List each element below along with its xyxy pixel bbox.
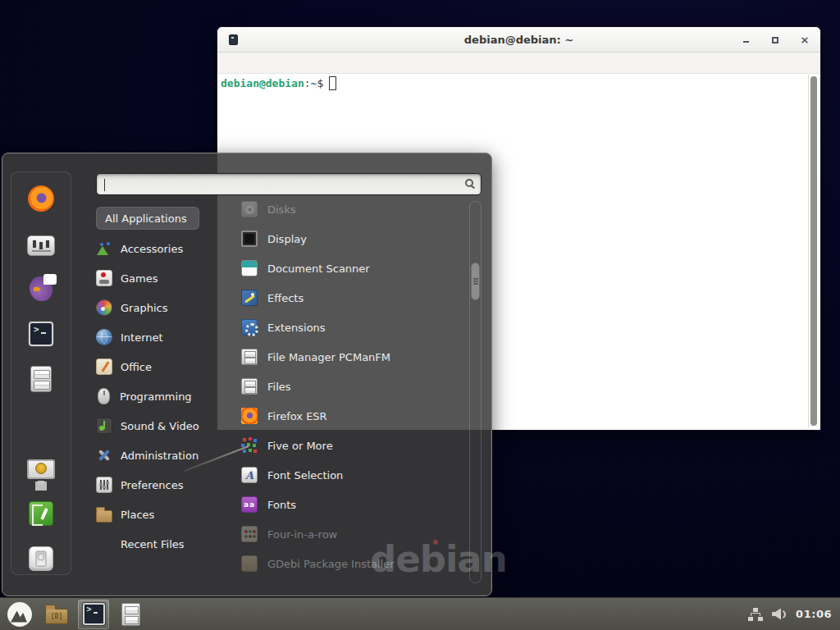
- taskbar: 01:06: [0, 597, 840, 630]
- extensions-icon: [241, 319, 258, 336]
- prompt-user-host: debian@debian: [221, 77, 304, 89]
- app-display[interactable]: Display: [237, 224, 462, 253]
- menu-logo-icon: [7, 602, 32, 627]
- fonts-icon: [241, 496, 258, 513]
- app-label: Font Selection: [267, 469, 343, 482]
- category-preferences[interactable]: Preferences: [96, 470, 234, 500]
- effects-icon: [241, 290, 258, 306]
- app-files[interactable]: Files: [237, 372, 462, 401]
- app-file-manager-pcmanfm[interactable]: File Manager PCManFM: [237, 342, 462, 372]
- document-scanner-icon: [241, 260, 258, 276]
- menu-search-input[interactable]: [97, 174, 481, 194]
- gdebi-icon: [241, 555, 258, 572]
- preferences-icon: [96, 477, 112, 493]
- favorite-lock-screen[interactable]: [21, 454, 61, 483]
- close-button[interactable]: ×: [799, 34, 810, 46]
- app-label: Five or More: [267, 440, 333, 452]
- category-label: Sound & Video: [121, 420, 199, 432]
- log-out-icon: [29, 501, 53, 526]
- category-internet[interactable]: Internet: [96, 322, 234, 352]
- category-label: Administration: [121, 450, 199, 462]
- disks-icon: [241, 201, 258, 217]
- app-label: Four-in-a-row: [267, 528, 337, 541]
- category-sound-video[interactable]: Sound & Video: [96, 411, 234, 441]
- category-graphics[interactable]: Graphics: [96, 293, 234, 322]
- app-gdebi-package-installer[interactable]: GDebi Package Installer: [237, 549, 462, 578]
- terminal-scrollbar[interactable]: [808, 75, 819, 427]
- app-label: Files: [267, 381, 291, 393]
- app-disks[interactable]: Disks: [237, 194, 462, 224]
- taskbar-button-menu-logo[interactable]: [4, 600, 35, 629]
- tb-cabinet-icon: [121, 603, 140, 626]
- app-four-in-a-row[interactable]: Four-in-a-row: [237, 519, 462, 549]
- favorite-pidgin[interactable]: [21, 274, 61, 304]
- category-programming[interactable]: Programming: [96, 381, 234, 411]
- app-label: GDebi Package Installer: [267, 558, 395, 570]
- application-list: Disks Display Document Scanner Effects E…: [237, 194, 462, 578]
- programming-icon: [98, 388, 110, 404]
- games-icon: [96, 270, 112, 286]
- category-office[interactable]: Office: [96, 352, 234, 381]
- taskbar-button-tb-terminal[interactable]: [78, 600, 109, 629]
- terminal-window-icon: [229, 34, 238, 45]
- search-icon: [465, 179, 473, 187]
- prompt-separator: :: [304, 77, 311, 89]
- prompt-path: ~: [311, 77, 317, 89]
- favorites-column: [11, 171, 71, 575]
- category-recent-files[interactable]: Recent Files: [96, 529, 234, 559]
- category-games[interactable]: Games: [96, 263, 234, 293]
- app-label: Fonts: [267, 499, 296, 511]
- sound-video-icon: [96, 418, 112, 434]
- category-label: Office: [121, 361, 152, 373]
- pidgin-icon: [30, 276, 52, 301]
- category-list: All Applications Accessories Games Graph…: [96, 204, 234, 559]
- category-label: Places: [121, 509, 154, 521]
- firefox-icon: [28, 185, 54, 212]
- app-document-scanner[interactable]: Document Scanner: [237, 253, 462, 283]
- volume-icon[interactable]: [772, 608, 787, 621]
- lock-screen-icon: [27, 459, 55, 479]
- terminal-menubar: [217, 52, 820, 74]
- category-label: Recent Files: [121, 538, 185, 550]
- category-accessories[interactable]: Accessories: [96, 234, 234, 263]
- settings-sliders-icon: [27, 235, 55, 256]
- font-selection-icon: [241, 467, 258, 483]
- app-fonts[interactable]: Fonts: [237, 490, 462, 519]
- app-effects[interactable]: Effects: [237, 283, 462, 313]
- favorite-log-out[interactable]: [21, 499, 61, 528]
- places-icon: [96, 510, 112, 523]
- category-administration[interactable]: Administration: [96, 441, 234, 470]
- category-all-applications[interactable]: All Applications: [96, 207, 199, 230]
- terminal-titlebar[interactable]: debian@debian: ~ ×: [217, 27, 820, 52]
- terminal-prompt: debian@debian:~$: [221, 76, 336, 90]
- internet-icon: [96, 329, 112, 345]
- app-extensions[interactable]: Extensions: [237, 313, 462, 342]
- tb-terminal-icon: [83, 603, 105, 625]
- taskbar-button-tb-folder[interactable]: [41, 600, 72, 629]
- app-five-or-more[interactable]: Five or More: [237, 431, 462, 460]
- menu-scrollbar[interactable]: [469, 201, 482, 583]
- favorite-shutdown[interactable]: [21, 544, 61, 573]
- terminal-scrollbar-thumb[interactable]: [810, 76, 817, 426]
- desktop: debian@debian: ~ × debian@debian:~$ debi…: [0, 0, 840, 630]
- minimize-button[interactable]: [740, 34, 751, 46]
- taskbar-button-tb-cabinet[interactable]: [115, 600, 146, 629]
- system-tray: 01:06: [748, 608, 840, 621]
- favorite-file-cabinet[interactable]: [21, 364, 61, 394]
- prompt-symbol: $: [317, 77, 323, 89]
- maximize-button[interactable]: [769, 34, 781, 46]
- files-sm-icon: [241, 378, 258, 395]
- clock[interactable]: 01:06: [796, 608, 832, 620]
- favorite-firefox[interactable]: [21, 184, 61, 213]
- app-firefox-esr[interactable]: Firefox ESR: [237, 401, 462, 431]
- app-font-selection[interactable]: Font Selection: [237, 460, 462, 490]
- category-label: Accessories: [121, 243, 183, 255]
- menu-scrollbar-thumb[interactable]: [471, 262, 480, 300]
- terminal-icon: [29, 322, 53, 346]
- network-icon[interactable]: [748, 608, 763, 621]
- taskbar-buttons: [0, 600, 146, 629]
- category-places[interactable]: Places: [96, 500, 234, 529]
- app-label: Firefox ESR: [267, 410, 327, 422]
- favorite-settings-sliders[interactable]: [21, 229, 61, 258]
- favorite-terminal[interactable]: [21, 319, 61, 349]
